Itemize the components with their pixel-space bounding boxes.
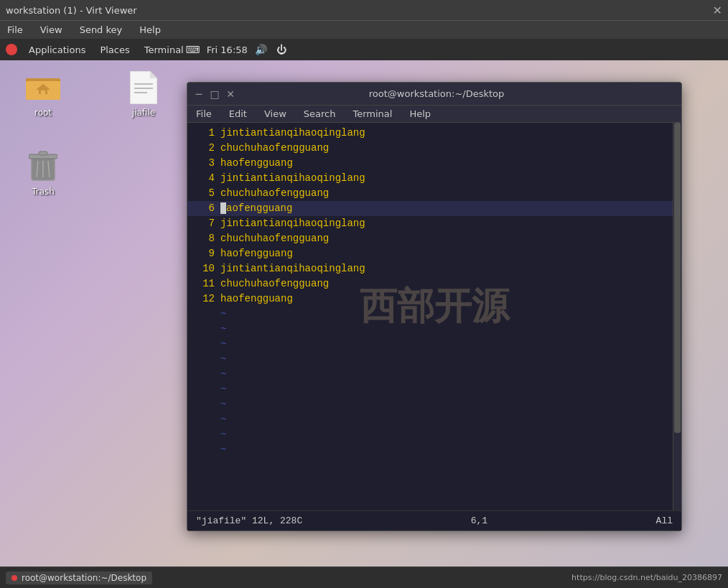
gnome-panel: Applications Places Terminal ⌨ Fri 16:58… — [0, 39, 728, 60]
terminal-title: root@workstation:~/Desktop — [236, 88, 637, 99]
term-menu-search[interactable]: Search — [301, 108, 339, 120]
line-text: haofengguang — [220, 156, 293, 171]
tilde-char: ~ — [220, 322, 226, 337]
vim-line: 2chuchuhaofengguang — [187, 141, 673, 156]
line-number: 1 — [193, 126, 215, 141]
menu-file[interactable]: File — [4, 23, 26, 37]
line-text: jintiantianqihaoqinglang — [220, 126, 365, 141]
taskbar-item[interactable]: root@workstation:~/Desktop — [6, 571, 152, 584]
menu-view[interactable]: View — [37, 23, 65, 37]
tilde-char: ~ — [220, 307, 226, 322]
places-menu[interactable]: Places — [97, 43, 132, 57]
line-number: 2 — [193, 141, 215, 156]
vim-tilde-line: ~ — [187, 397, 673, 412]
desktop: root jiafile — [0, 60, 728, 566]
term-menu-view[interactable]: View — [261, 108, 289, 120]
term-menu-edit[interactable]: Edit — [226, 108, 250, 120]
svg-rect-11 — [39, 151, 47, 155]
line-text: chuchuhaofengguang — [220, 276, 329, 291]
vim-line: 12haofengguang — [187, 291, 673, 307]
line-text: chuchuhaofengguang — [220, 186, 329, 201]
desktop-icon-trash[interactable]: Trash — [14, 146, 72, 200]
line-number: 10 — [193, 261, 215, 276]
keyboard-icon: ⌨ — [187, 43, 200, 56]
vim-scrollbar[interactable] — [673, 123, 681, 510]
vim-tilde-line: ~ — [187, 382, 673, 397]
line-text: jintiantianqihaoqinglang — [220, 216, 365, 231]
line-number: 12 — [193, 291, 215, 307]
tilde-char: ~ — [220, 412, 226, 427]
terminal-menu-bar: File Edit View Search Terminal Help — [187, 106, 681, 123]
vim-cursor-block — [220, 202, 226, 214]
menu-help[interactable]: Help — [136, 23, 164, 37]
vim-tilde-line: ~ — [187, 337, 673, 352]
vim-editor: 1jintiantianqihaoqinglang2chuchuhaofengg… — [187, 123, 681, 510]
terminal-window: ─ □ ✕ root@workstation:~/Desktop File Ed… — [187, 82, 682, 531]
line-number: 5 — [193, 186, 215, 201]
virt-viewer-menubar: File View Send key Help — [0, 20, 728, 39]
virt-viewer-titlebar: workstation (1) - Virt Viewer ✕ — [0, 0, 728, 20]
applications-menu[interactable]: Applications — [26, 43, 88, 57]
vim-status-cursor: 6,1 — [471, 515, 487, 526]
line-number: 9 — [193, 246, 215, 261]
vim-status-file: "jiafile" 12L, 228C — [196, 515, 302, 526]
line-number: 3 — [193, 156, 215, 171]
icon-label-root: root — [34, 108, 52, 118]
vim-tilde-line: ~ — [187, 307, 673, 322]
vim-tilde-line: ~ — [187, 322, 673, 337]
vim-tilde-line: ~ — [187, 427, 673, 442]
menu-sendkey[interactable]: Send key — [77, 23, 126, 37]
line-number: 7 — [193, 216, 215, 231]
term-menu-terminal[interactable]: Terminal — [350, 108, 395, 120]
title-bar-title: workstation (1) - Virt Viewer — [6, 5, 137, 16]
vim-status-bar: "jiafile" 12L, 228C 6,1 All — [187, 510, 681, 531]
terminal-menu[interactable]: Terminal — [141, 43, 187, 57]
term-menu-help[interactable]: Help — [406, 108, 434, 120]
tilde-char: ~ — [220, 442, 226, 457]
line-text: aofengguang — [220, 201, 292, 216]
vim-scrollbar-thumb — [674, 123, 681, 433]
tilde-char: ~ — [220, 397, 226, 412]
trash-icon — [26, 149, 60, 184]
icon-label-trash: Trash — [32, 187, 55, 197]
tilde-char: ~ — [220, 382, 226, 397]
line-number: 6 — [193, 201, 215, 216]
vim-tilde-line: ~ — [187, 412, 673, 427]
vim-line: 8chuchuhaofengguang — [187, 231, 673, 246]
app-menu-icon — [6, 44, 17, 55]
close-icon[interactable]: ✕ — [713, 4, 722, 17]
volume-icon[interactable]: 🔊 — [255, 43, 268, 56]
tilde-char: ~ — [220, 337, 226, 352]
term-menu-file[interactable]: File — [193, 108, 215, 120]
maximize-button[interactable]: □ — [209, 88, 220, 100]
line-text: jintiantianqihaoqinglang — [220, 261, 365, 276]
vim-line-area[interactable]: 1jintiantianqihaoqinglang2chuchuhaofengg… — [187, 123, 673, 510]
minimize-button[interactable]: ─ — [193, 88, 205, 100]
vim-line: 10jintiantianqihaoqinglang — [187, 261, 673, 276]
line-text: haofengguang — [220, 291, 293, 307]
clock: Fri 16:58 — [207, 45, 248, 55]
vim-line: 9haofengguang — [187, 246, 673, 261]
tilde-char: ~ — [220, 367, 226, 382]
tilde-char: ~ — [220, 352, 226, 367]
vim-tilde-line: ~ — [187, 442, 673, 457]
desktop-icon-root[interactable]: root — [14, 67, 72, 121]
line-text: haofengguang — [220, 246, 293, 261]
close-button[interactable]: ✕ — [225, 88, 236, 100]
line-text: chuchuhaofengguang — [220, 141, 329, 156]
vim-line: 11chuchuhaofengguang — [187, 276, 673, 291]
taskbar-indicator — [11, 575, 17, 581]
icon-label-jiafile: jiafile — [132, 108, 155, 118]
vim-line: 1jintiantianqihaoqinglang — [187, 126, 673, 141]
terminal-titlebar: ─ □ ✕ root@workstation:~/Desktop — [187, 83, 681, 106]
vim-status-scroll: All — [656, 515, 673, 526]
vim-line: 7jintiantianqihaoqinglang — [187, 216, 673, 231]
folder-icon — [26, 70, 60, 105]
vim-line: 5chuchuhaofengguang — [187, 186, 673, 201]
line-text: jintiantianqihaoqinglang — [220, 171, 365, 186]
vim-tilde-line: ~ — [187, 352, 673, 367]
power-icon[interactable]: ⏻ — [275, 43, 288, 56]
line-number: 4 — [193, 171, 215, 186]
tilde-char: ~ — [220, 427, 226, 442]
desktop-icon-jiafile[interactable]: jiafile — [115, 67, 172, 121]
